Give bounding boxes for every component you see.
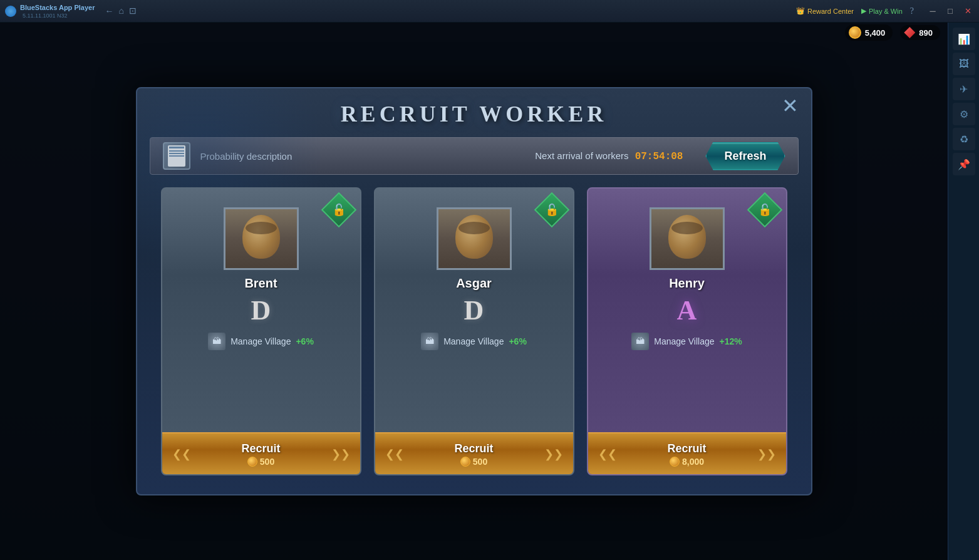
titlebar-controls: 👑 Reward Center ▶ Play & Win ? ─ □ ✕ (796, 6, 974, 16)
window-controls: ─ □ ✕ (926, 6, 974, 16)
skill-name-0: Manage Village (231, 336, 291, 346)
lock-icon-1: 🔓 (534, 192, 569, 228)
refresh-button[interactable]: Refresh (705, 142, 785, 170)
sidebar-icon-image[interactable]: 🖼 (953, 53, 975, 75)
gems-display: 890 (900, 25, 940, 40)
skill-name-2: Manage Village (654, 336, 714, 346)
app-logo (5, 6, 16, 17)
avatar-frame-1 (437, 207, 512, 270)
worker-name-2: Henry (669, 276, 705, 291)
probability-icon[interactable] (163, 142, 190, 170)
workers-cards-container: 🔓 Brent D 🏔 Manage Village +6% Recruit 5… (137, 187, 811, 475)
probability-label[interactable]: Probability description (200, 151, 293, 162)
modal-close-button[interactable]: ✕ (782, 96, 799, 116)
worker-grade-2: A (677, 294, 697, 326)
skill-bonus-0: +6% (296, 336, 313, 346)
coin-value: 5,400 (865, 28, 886, 38)
gem-icon (904, 27, 915, 38)
avatar-face-1 (455, 215, 493, 259)
avatar-frame-2 (650, 207, 725, 270)
recruit-cost-2: 8,000 (588, 457, 786, 467)
cost-coin-icon-1 (460, 457, 470, 467)
skill-row-0: 🏔 Manage Village +6% (175, 333, 348, 350)
help-icon[interactable]: ? (910, 6, 914, 16)
play-icon: ▶ (861, 7, 866, 15)
worker-card-henry: 🔓 Henry A 🏔 Manage Village +12% Recruit … (587, 187, 787, 475)
modal-header: RECRUIT WORKER ✕ (137, 88, 811, 137)
minimize-button[interactable]: ─ (926, 6, 939, 16)
recruit-worker-modal: RECRUIT WORKER ✕ Probability description… (136, 87, 812, 495)
sidebar-icon-chart[interactable]: 📊 (953, 28, 975, 50)
recruit-label-2: Recruit (588, 442, 786, 455)
skill-bonus-2: +12% (720, 336, 742, 346)
titlebar: BlueStacks App Player 5.11.11.1001 N32 ←… (0, 0, 979, 23)
cost-value-2: 8,000 (682, 457, 704, 467)
recruit-cost-0: 500 (162, 457, 360, 467)
game-area: RECRUIT WORKER ✕ Probability description… (0, 23, 948, 560)
avatar-face-0 (242, 215, 280, 259)
skill-bonus-1: +6% (509, 336, 526, 346)
arrival-text: Next arrival of workers 07:54:08 (535, 150, 683, 162)
coins-display: 5,400 (845, 24, 893, 41)
sidebar-icon-refresh[interactable]: ♻ (953, 128, 975, 150)
titlebar-nav: ← ⌂ ⊡ (105, 6, 136, 16)
cost-coin-icon-2 (670, 457, 680, 467)
worker-name-0: Brent (244, 276, 277, 291)
info-bar: Probability description Next arrival of … (150, 137, 799, 175)
skill-icon-0: 🏔 (208, 333, 225, 350)
cost-value-1: 500 (473, 457, 487, 467)
right-sidebar: 📊 🖼 ✈ ⚙ ♻ 📌 (948, 23, 979, 560)
recruit-cost-1: 500 (375, 457, 573, 467)
worker-name-1: Asgar (456, 276, 492, 291)
app-name: BlueStacks App Player (20, 4, 95, 11)
window-button[interactable]: ⊡ (129, 6, 137, 16)
crown-icon: 👑 (796, 7, 805, 15)
home-button[interactable]: ⌂ (118, 6, 123, 16)
avatar-frame-0 (224, 207, 299, 270)
lock-icon-0: 🔓 (321, 192, 356, 228)
recruit-label-0: Recruit (162, 442, 360, 455)
currency-bar: 5,400 890 (837, 23, 948, 43)
document-icon (168, 145, 185, 167)
cost-value-0: 500 (260, 457, 274, 467)
coin-icon (849, 26, 861, 39)
skill-row-2: 🏔 Manage Village +12% (601, 333, 774, 350)
avatar-img-2 (651, 209, 723, 268)
arrival-timer: 07:54:08 (635, 151, 683, 162)
recruit-button-2[interactable]: Recruit 8,000 (588, 432, 786, 474)
play-win-button[interactable]: ▶ Play & Win (861, 7, 903, 15)
close-button[interactable]: ✕ (961, 6, 974, 16)
skill-icon-1: 🏔 (421, 333, 438, 350)
sidebar-icon-airplane[interactable]: ✈ (953, 78, 975, 100)
avatar-img-0 (225, 209, 297, 268)
modal-overlay: RECRUIT WORKER ✕ Probability description… (0, 23, 948, 560)
back-button[interactable]: ← (105, 6, 113, 16)
skill-icon-2: 🏔 (631, 333, 649, 350)
worker-card-brent: 🔓 Brent D 🏔 Manage Village +6% Recruit 5… (161, 187, 361, 475)
recruit-button-1[interactable]: Recruit 500 (375, 432, 573, 474)
sidebar-icon-pin[interactable]: 📌 (953, 153, 975, 175)
skill-row-1: 🏔 Manage Village +6% (388, 333, 561, 350)
worker-card-asgar: 🔓 Asgar D 🏔 Manage Village +6% Recruit 5… (374, 187, 574, 475)
avatar-img-1 (438, 209, 510, 268)
worker-grade-0: D (251, 294, 271, 326)
lock-icon-2: 🔓 (747, 192, 782, 228)
worker-grade-1: D (464, 294, 484, 326)
app-version: 5.11.11.1001 N32 (23, 13, 95, 19)
skill-name-1: Manage Village (443, 336, 504, 346)
reward-center-button[interactable]: 👑 Reward Center (796, 7, 854, 15)
modal-title: RECRUIT WORKER (137, 101, 811, 127)
avatar-face-2 (668, 215, 706, 259)
maximize-button[interactable]: □ (944, 6, 956, 16)
sidebar-icon-gear[interactable]: ⚙ (953, 103, 975, 125)
cost-coin-icon-0 (247, 457, 257, 467)
recruit-label-1: Recruit (375, 442, 573, 455)
gem-value: 890 (919, 28, 933, 38)
recruit-button-0[interactable]: Recruit 500 (162, 432, 360, 474)
